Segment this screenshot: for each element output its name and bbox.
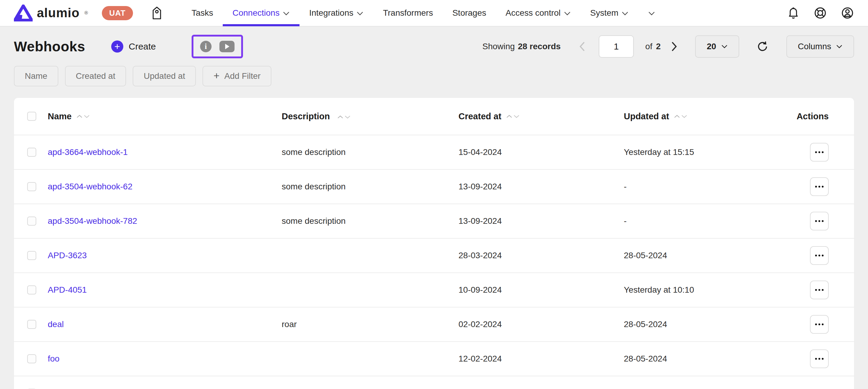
nav-item-integrations[interactable]: Integrations <box>300 0 373 26</box>
nav-item-tasks[interactable]: Tasks <box>182 0 223 26</box>
columns-label: Columns <box>798 42 831 51</box>
sort-updated-at-icons[interactable] <box>674 114 687 119</box>
home-icon[interactable] <box>151 6 163 20</box>
chevron-down-icon <box>356 11 364 16</box>
sort-description-icons[interactable] <box>337 115 350 119</box>
row-actions-ellipsis-icon[interactable] <box>810 315 829 334</box>
webhook-name-link[interactable]: apd-3504-webhook-62 <box>48 182 132 192</box>
table-row: APD-3623 28-03-2024 28-05-2024 <box>14 238 854 272</box>
webhook-updated-at: Yesterday at 10:10 <box>624 285 774 295</box>
create-button[interactable]: + Create <box>111 40 156 53</box>
top-navigation-bar: alumio ® UAT Tasks Connections Integrati… <box>0 0 868 27</box>
webhook-created-at: 12-02-2024 <box>459 354 624 364</box>
refresh-icon[interactable] <box>756 40 769 53</box>
sort-name-icons[interactable] <box>76 114 90 119</box>
nav-item-connections[interactable]: Connections <box>223 0 300 26</box>
chevron-down-icon <box>621 11 629 16</box>
webhook-created-at: 28-03-2024 <box>459 251 624 260</box>
table-row: apd-3504-webhook-782 some description 13… <box>14 203 854 238</box>
column-header-updated-at: Updated at <box>624 111 669 121</box>
notifications-bell-icon[interactable] <box>787 6 800 20</box>
table-row: foo 12-02-2024 28-05-2024 <box>14 341 854 376</box>
next-page-icon[interactable] <box>671 42 678 51</box>
webhook-name-link[interactable]: APD-3623 <box>48 251 87 260</box>
page-size-select[interactable]: 20 <box>695 35 739 58</box>
plus-icon: + <box>213 70 219 82</box>
table-row-partial <box>14 376 854 389</box>
page-number-input[interactable] <box>599 35 634 58</box>
pagination-toolbar: Showing28 records of2 20 <box>483 35 854 58</box>
webhook-name-link[interactable]: apd-3504-webhook-782 <box>48 216 137 226</box>
filter-updated-at-button[interactable]: Updated at <box>133 66 196 86</box>
webhook-updated-at: 28-05-2024 <box>624 354 774 364</box>
chevron-down-icon <box>283 11 290 16</box>
webhook-description: some description <box>282 148 459 157</box>
nav-item-access-control[interactable]: Access control <box>496 0 581 26</box>
nav-label: Transformers <box>383 8 433 18</box>
row-actions-ellipsis-icon[interactable] <box>810 350 829 368</box>
webhook-created-at: 10-09-2024 <box>459 285 624 295</box>
sort-created-at-icons[interactable] <box>506 114 520 119</box>
webhook-updated-at: Yesterday at 15:15 <box>624 148 774 157</box>
webhook-name-link[interactable]: APD-4051 <box>48 285 87 295</box>
table-row: deal roar 02-02-2024 28-05-2024 <box>14 307 854 341</box>
main-content: Webhooks + Create i Showing28 records of… <box>0 36 868 389</box>
webhook-description: some description <box>282 182 459 192</box>
row-checkbox[interactable] <box>27 320 36 329</box>
nav-label: Storages <box>453 8 486 18</box>
row-checkbox[interactable] <box>27 285 36 294</box>
table-row: apd-3504-webhook-62 some description 13-… <box>14 169 854 203</box>
nav-label: System <box>590 8 618 18</box>
showing-label: Showing <box>483 42 515 51</box>
row-checkbox[interactable] <box>27 354 36 363</box>
column-header-actions: Actions <box>797 111 829 121</box>
row-actions-ellipsis-icon[interactable] <box>810 143 829 162</box>
add-filter-label: Add Filter <box>224 71 260 81</box>
row-actions-ellipsis-icon[interactable] <box>810 246 829 265</box>
webhook-updated-at: - <box>624 216 774 226</box>
video-tutorial-icon[interactable] <box>219 41 235 52</box>
columns-select[interactable]: Columns <box>786 35 854 58</box>
select-all-checkbox[interactable] <box>27 112 36 121</box>
nav-item-storages[interactable]: Storages <box>443 0 496 26</box>
row-actions-ellipsis-icon[interactable] <box>810 212 829 230</box>
chevron-down-icon <box>836 44 843 49</box>
column-header-created-at: Created at <box>459 111 501 121</box>
nav-item-transformers[interactable]: Transformers <box>373 0 442 26</box>
row-checkbox[interactable] <box>27 182 36 191</box>
nav-label: Integrations <box>309 8 353 18</box>
column-header-description: Description <box>282 111 330 121</box>
alumio-logo[interactable]: alumio ® <box>14 4 88 22</box>
topbar-actions <box>787 6 854 20</box>
filter-label: Updated at <box>144 71 185 81</box>
help-lifebuoy-icon[interactable] <box>814 6 827 20</box>
row-checkbox[interactable] <box>27 148 36 157</box>
showing-records-text: Showing28 records <box>483 42 561 51</box>
webhook-name-link[interactable]: foo <box>48 354 60 364</box>
records-count: 28 records <box>518 42 561 51</box>
nav-item-more[interactable] <box>638 0 665 26</box>
webhook-name-link[interactable]: deal <box>48 320 64 329</box>
primary-nav: Tasks Connections Integrations Transform… <box>182 0 665 26</box>
info-icon[interactable]: i <box>200 41 212 52</box>
webhook-created-at: 13-09-2024 <box>459 216 624 226</box>
nav-label: Connections <box>232 8 280 18</box>
nav-item-system[interactable]: System <box>581 0 638 26</box>
plus-icon: + <box>111 40 123 53</box>
webhook-updated-at: 28-05-2024 <box>624 320 774 329</box>
add-filter-button[interactable]: + Add Filter <box>203 66 271 86</box>
table-row: apd-3664-webhook-1 some description 15-0… <box>14 135 854 169</box>
webhook-description: some description <box>282 216 459 226</box>
nav-label: Tasks <box>192 8 213 18</box>
page-size-value: 20 <box>707 42 716 51</box>
webhook-created-at: 15-04-2024 <box>459 148 624 157</box>
row-actions-ellipsis-icon[interactable] <box>810 281 829 299</box>
previous-page-icon[interactable] <box>579 42 585 51</box>
webhook-name-link[interactable]: apd-3664-webhook-1 <box>48 148 128 157</box>
row-checkbox[interactable] <box>27 217 36 226</box>
row-checkbox[interactable] <box>27 251 36 260</box>
filter-name-button[interactable]: Name <box>14 66 58 86</box>
filter-created-at-button[interactable]: Created at <box>65 66 126 86</box>
user-avatar-icon[interactable] <box>841 6 854 20</box>
row-actions-ellipsis-icon[interactable] <box>810 177 829 196</box>
